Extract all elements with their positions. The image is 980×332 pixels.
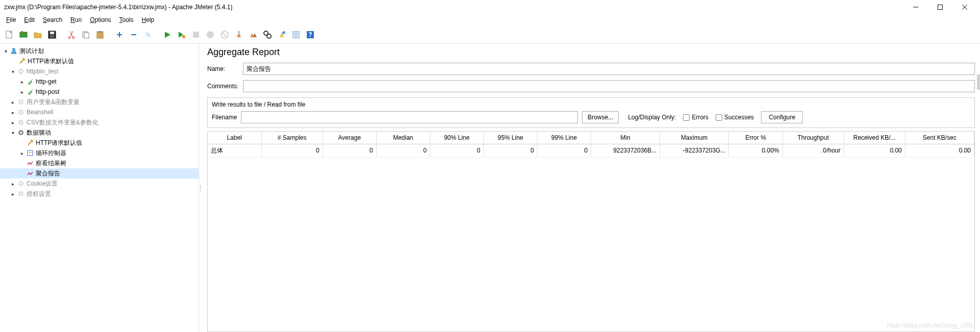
maximize-button[interactable] xyxy=(933,2,947,12)
tree-node-http-get[interactable]: ▸ http-get xyxy=(0,76,199,87)
start-no-pause-icon[interactable] xyxy=(176,29,188,41)
gear-icon xyxy=(16,129,26,137)
twisty-icon[interactable]: ▸ xyxy=(18,150,26,156)
stop-icon[interactable] xyxy=(190,29,202,41)
menu-edit[interactable]: Edit xyxy=(21,15,38,24)
toggle-icon[interactable] xyxy=(142,29,154,41)
tree-node-http-post[interactable]: ▸ http-post xyxy=(0,87,199,97)
expand-icon[interactable] xyxy=(113,29,126,41)
name-input[interactable] xyxy=(243,63,975,75)
browse-button[interactable]: Browse... xyxy=(582,111,619,123)
th-min[interactable]: Min xyxy=(591,132,660,144)
svg-point-11 xyxy=(72,37,75,39)
th-90line[interactable]: 90% Line xyxy=(430,132,483,144)
gear-icon xyxy=(16,180,26,188)
tree-label: 测试计划 xyxy=(19,47,44,56)
filename-input[interactable] xyxy=(241,111,578,123)
th-99line[interactable]: 99% Line xyxy=(537,132,591,144)
successes-checkbox[interactable]: Successes xyxy=(716,114,754,121)
configure-button[interactable]: Configure xyxy=(761,111,803,123)
search-tree-icon[interactable] xyxy=(261,29,274,41)
tree-node-testplan[interactable]: ▾ 测试计划 xyxy=(0,46,199,56)
cell-samples: 0 xyxy=(261,144,323,157)
tree-node-dd-http-defaults[interactable]: HTTP请求默认值 xyxy=(0,138,199,148)
log-display-label: Log/Display Only: xyxy=(628,114,676,121)
pipette-icon xyxy=(26,88,35,96)
twisty-icon[interactable]: ▾ xyxy=(9,130,16,136)
paste-icon[interactable] xyxy=(94,29,106,41)
twisty-icon[interactable]: ▸ xyxy=(9,99,16,105)
right-handle[interactable] xyxy=(977,74,980,90)
twisty-icon[interactable]: ▸ xyxy=(18,79,26,85)
menu-tools[interactable]: Tools xyxy=(116,15,137,24)
th-recv[interactable]: Received KB/... xyxy=(844,132,905,144)
th-error[interactable]: Error % xyxy=(729,132,782,144)
svg-rect-1 xyxy=(938,5,943,10)
tree-node-data-driven[interactable]: ▾ 数据驱动 xyxy=(0,127,199,138)
comments-row: Comments: xyxy=(207,80,975,92)
th-95line[interactable]: 95% Line xyxy=(483,132,537,144)
th-samples[interactable]: # Samples xyxy=(261,132,323,144)
cell-error: 0.00% xyxy=(729,144,782,157)
tree-node-loop-ctrl[interactable]: ▸ 循环控制器 xyxy=(0,148,199,158)
start-icon[interactable] xyxy=(161,29,174,41)
templates-icon[interactable] xyxy=(17,29,30,41)
errors-checkbox[interactable]: Errors xyxy=(683,114,708,121)
reset-search-icon[interactable] xyxy=(276,29,288,41)
function-helper-icon[interactable] xyxy=(290,29,302,41)
save-icon[interactable] xyxy=(46,29,58,41)
twisty-icon[interactable]: ▸ xyxy=(18,89,26,95)
new-icon[interactable] xyxy=(3,29,15,41)
tree-label: 循环控制器 xyxy=(36,149,66,158)
clear-all-icon[interactable] xyxy=(247,29,259,41)
svg-rect-13 xyxy=(84,33,89,38)
cell-median: 0 xyxy=(376,144,430,157)
twisty-icon[interactable]: ▸ xyxy=(9,110,16,115)
shutdown-icon[interactable] xyxy=(204,29,216,41)
test-plan-tree[interactable]: ▾ 测试计划 HTTP请求默认值 ▾ httpbin_test ▸ http-g… xyxy=(0,44,199,201)
th-throughput[interactable]: Throughput xyxy=(782,132,844,144)
th-median[interactable]: Median xyxy=(376,132,430,144)
menu-run[interactable]: Run xyxy=(67,15,85,24)
table-row[interactable]: 总体 0 0 0 0 0 0 9223372036B... -922337203… xyxy=(208,144,974,157)
tree-node-csv[interactable]: ▸ CSV数据文件变量&参数化 xyxy=(0,117,199,127)
cut-icon[interactable] xyxy=(65,29,78,41)
svg-point-10 xyxy=(68,37,70,39)
tree-node-aggregate-report[interactable]: 聚合报告 xyxy=(0,168,199,178)
tree-node-http-defaults[interactable]: HTTP请求默认值 xyxy=(0,56,199,66)
collapse-icon[interactable] xyxy=(128,29,140,41)
menu-options[interactable]: Options xyxy=(87,15,114,24)
window-title: zxw.jmx (D:\Program Files\apache-jmeter-… xyxy=(4,4,909,11)
tree-node-view-results[interactable]: 察看结果树 xyxy=(0,158,199,168)
svg-point-39 xyxy=(20,101,22,103)
tree-node-auth[interactable]: ▸ 授权设置 xyxy=(0,189,199,199)
menu-file[interactable]: File xyxy=(3,15,19,24)
comments-input[interactable] xyxy=(243,80,975,92)
remote-stop-icon[interactable] xyxy=(218,29,231,41)
twisty-icon[interactable]: ▾ xyxy=(2,48,9,54)
close-button[interactable] xyxy=(958,2,972,12)
tree-node-cookie[interactable]: ▸ Cookie设置 xyxy=(0,178,199,189)
menubar: File Edit Search Run Options Tools Help xyxy=(0,14,980,25)
results-table[interactable]: Label # Samples Average Median 90% Line … xyxy=(207,131,975,332)
th-max[interactable]: Maximum xyxy=(660,132,729,144)
tree-node-user-vars[interactable]: ▸ 用户变量&函数变量 xyxy=(0,97,199,107)
th-average[interactable]: Average xyxy=(323,132,376,144)
twisty-icon[interactable]: ▾ xyxy=(9,69,16,74)
svg-line-37 xyxy=(32,89,33,90)
copy-icon[interactable] xyxy=(80,29,92,41)
open-icon[interactable] xyxy=(32,29,44,41)
clear-icon[interactable] xyxy=(233,29,245,41)
svg-line-23 xyxy=(222,32,227,37)
help-icon[interactable]: ? xyxy=(304,29,316,41)
menu-help[interactable]: Help xyxy=(139,15,158,24)
menu-search[interactable]: Search xyxy=(40,15,65,24)
twisty-icon[interactable]: ▸ xyxy=(9,120,16,125)
twisty-icon[interactable]: ▸ xyxy=(9,181,16,187)
tree-node-httpbin[interactable]: ▾ httpbin_test xyxy=(0,66,199,76)
minimize-button[interactable] xyxy=(909,2,923,12)
twisty-icon[interactable]: ▸ xyxy=(9,191,16,197)
th-label[interactable]: Label xyxy=(208,132,261,144)
th-sent[interactable]: Sent KB/sec xyxy=(905,132,974,144)
tree-node-beanshell[interactable]: ▸ Beanshell xyxy=(0,107,199,117)
